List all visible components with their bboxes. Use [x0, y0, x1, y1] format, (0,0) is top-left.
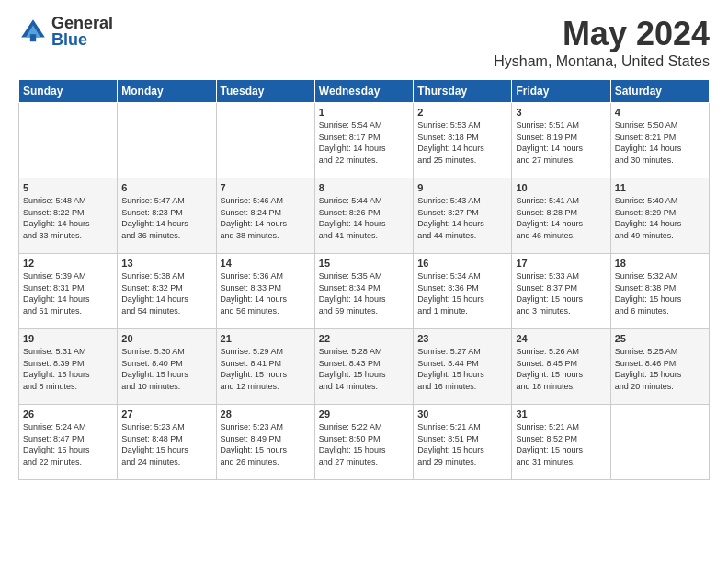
header-cell-sunday: Sunday: [19, 80, 118, 103]
day-info: Sunrise: 5:50 AM Sunset: 8:21 PM Dayligh…: [615, 120, 705, 166]
day-info: Sunrise: 5:38 AM Sunset: 8:32 PM Dayligh…: [121, 270, 211, 316]
day-info: Sunrise: 5:23 AM Sunset: 8:48 PM Dayligh…: [121, 421, 211, 467]
day-number: 14: [221, 258, 311, 269]
header-cell-tuesday: Tuesday: [216, 80, 314, 103]
calendar-cell: 20Sunrise: 5:30 AM Sunset: 8:40 PM Dayli…: [118, 329, 216, 405]
day-number: 5: [23, 182, 113, 193]
day-info: Sunrise: 5:23 AM Sunset: 8:49 PM Dayligh…: [221, 421, 311, 467]
calendar-cell: 15Sunrise: 5:35 AM Sunset: 8:34 PM Dayli…: [314, 254, 413, 329]
day-number: 24: [516, 333, 606, 344]
day-number: 9: [417, 182, 507, 193]
calendar-cell: 26Sunrise: 5:24 AM Sunset: 8:47 PM Dayli…: [19, 405, 118, 480]
location-title: Hysham, Montana, United States: [494, 53, 710, 70]
header-cell-friday: Friday: [512, 80, 610, 103]
day-info: Sunrise: 5:32 AM Sunset: 8:38 PM Dayligh…: [615, 270, 705, 316]
week-row-1: 5Sunrise: 5:48 AM Sunset: 8:22 PM Daylig…: [19, 178, 710, 254]
day-number: 10: [516, 182, 606, 193]
calendar-cell: 11Sunrise: 5:40 AM Sunset: 8:29 PM Dayli…: [610, 178, 709, 254]
day-info: Sunrise: 5:53 AM Sunset: 8:18 PM Dayligh…: [417, 120, 507, 166]
week-row-3: 19Sunrise: 5:31 AM Sunset: 8:39 PM Dayli…: [19, 329, 710, 405]
day-info: Sunrise: 5:44 AM Sunset: 8:26 PM Dayligh…: [319, 195, 409, 241]
calendar-cell: [118, 103, 216, 178]
calendar-cell: 17Sunrise: 5:33 AM Sunset: 8:37 PM Dayli…: [512, 254, 610, 329]
calendar-cell: 24Sunrise: 5:26 AM Sunset: 8:45 PM Dayli…: [512, 329, 610, 405]
calendar-cell: 6Sunrise: 5:47 AM Sunset: 8:23 PM Daylig…: [118, 178, 216, 254]
day-number: 1: [319, 107, 409, 118]
calendar-cell: 14Sunrise: 5:36 AM Sunset: 8:33 PM Dayli…: [216, 254, 314, 329]
calendar-cell: 4Sunrise: 5:50 AM Sunset: 8:21 PM Daylig…: [610, 103, 709, 178]
day-info: Sunrise: 5:40 AM Sunset: 8:29 PM Dayligh…: [615, 195, 705, 241]
calendar-cell: 12Sunrise: 5:39 AM Sunset: 8:31 PM Dayli…: [19, 254, 118, 329]
day-info: Sunrise: 5:33 AM Sunset: 8:37 PM Dayligh…: [516, 270, 606, 316]
day-number: 16: [417, 258, 507, 269]
calendar-cell: 21Sunrise: 5:29 AM Sunset: 8:41 PM Dayli…: [216, 329, 314, 405]
day-info: Sunrise: 5:31 AM Sunset: 8:39 PM Dayligh…: [23, 346, 113, 392]
logo-blue-text: Blue: [51, 31, 113, 48]
page: General Blue May 2024 Hysham, Montana, U…: [0, 0, 728, 563]
calendar-cell: 7Sunrise: 5:46 AM Sunset: 8:24 PM Daylig…: [216, 178, 314, 254]
day-number: 6: [121, 182, 211, 193]
day-number: 29: [319, 408, 409, 419]
calendar-cell: [19, 103, 118, 178]
day-info: Sunrise: 5:22 AM Sunset: 8:50 PM Dayligh…: [319, 421, 409, 467]
day-info: Sunrise: 5:43 AM Sunset: 8:27 PM Dayligh…: [417, 195, 507, 241]
logo-icon: [18, 17, 48, 46]
calendar-cell: 30Sunrise: 5:21 AM Sunset: 8:51 PM Dayli…: [414, 405, 512, 480]
day-number: 25: [615, 333, 705, 344]
logo-text: General Blue: [51, 15, 113, 48]
day-number: 15: [319, 258, 409, 269]
day-number: 20: [121, 333, 211, 344]
calendar-cell: 9Sunrise: 5:43 AM Sunset: 8:27 PM Daylig…: [414, 178, 512, 254]
calendar-cell: 25Sunrise: 5:25 AM Sunset: 8:46 PM Dayli…: [610, 329, 709, 405]
calendar-body: 1Sunrise: 5:54 AM Sunset: 8:17 PM Daylig…: [19, 103, 710, 480]
day-number: 11: [615, 182, 705, 193]
week-row-0: 1Sunrise: 5:54 AM Sunset: 8:17 PM Daylig…: [19, 103, 710, 178]
day-number: 13: [121, 258, 211, 269]
calendar-cell: 27Sunrise: 5:23 AM Sunset: 8:48 PM Dayli…: [118, 405, 216, 480]
day-number: 22: [319, 333, 409, 344]
header: General Blue May 2024 Hysham, Montana, U…: [18, 15, 710, 70]
day-info: Sunrise: 5:51 AM Sunset: 8:19 PM Dayligh…: [516, 120, 606, 166]
logo-general-text: General: [51, 15, 113, 31]
calendar-cell: 2Sunrise: 5:53 AM Sunset: 8:18 PM Daylig…: [414, 103, 512, 178]
logo: General Blue: [18, 15, 113, 48]
day-number: 19: [23, 333, 113, 344]
calendar-header: SundayMondayTuesdayWednesdayThursdayFrid…: [19, 80, 710, 103]
svg-rect-2: [30, 34, 36, 41]
day-number: 31: [516, 408, 606, 419]
day-number: 8: [319, 182, 409, 193]
day-number: 17: [516, 258, 606, 269]
day-number: 3: [516, 107, 606, 118]
calendar-table: SundayMondayTuesdayWednesdayThursdayFrid…: [18, 79, 710, 480]
day-number: 26: [23, 408, 113, 419]
week-row-2: 12Sunrise: 5:39 AM Sunset: 8:31 PM Dayli…: [19, 254, 710, 329]
calendar-cell: 18Sunrise: 5:32 AM Sunset: 8:38 PM Dayli…: [610, 254, 709, 329]
day-number: 2: [417, 107, 507, 118]
day-number: 18: [615, 258, 705, 269]
day-info: Sunrise: 5:41 AM Sunset: 8:28 PM Dayligh…: [516, 195, 606, 241]
day-info: Sunrise: 5:29 AM Sunset: 8:41 PM Dayligh…: [221, 346, 311, 392]
day-number: 7: [221, 182, 311, 193]
calendar-cell: 5Sunrise: 5:48 AM Sunset: 8:22 PM Daylig…: [19, 178, 118, 254]
day-info: Sunrise: 5:34 AM Sunset: 8:36 PM Dayligh…: [417, 270, 507, 316]
day-info: Sunrise: 5:48 AM Sunset: 8:22 PM Dayligh…: [23, 195, 113, 241]
day-info: Sunrise: 5:35 AM Sunset: 8:34 PM Dayligh…: [319, 270, 409, 316]
calendar-cell: 29Sunrise: 5:22 AM Sunset: 8:50 PM Dayli…: [314, 405, 413, 480]
calendar-cell: 22Sunrise: 5:28 AM Sunset: 8:43 PM Dayli…: [314, 329, 413, 405]
calendar-cell: [216, 103, 314, 178]
header-cell-monday: Monday: [118, 80, 216, 103]
day-number: 27: [121, 408, 211, 419]
calendar-cell: 23Sunrise: 5:27 AM Sunset: 8:44 PM Dayli…: [414, 329, 512, 405]
calendar-cell: 3Sunrise: 5:51 AM Sunset: 8:19 PM Daylig…: [512, 103, 610, 178]
calendar-cell: 13Sunrise: 5:38 AM Sunset: 8:32 PM Dayli…: [118, 254, 216, 329]
day-info: Sunrise: 5:28 AM Sunset: 8:43 PM Dayligh…: [319, 346, 409, 392]
day-info: Sunrise: 5:21 AM Sunset: 8:51 PM Dayligh…: [417, 421, 507, 467]
calendar-cell: 10Sunrise: 5:41 AM Sunset: 8:28 PM Dayli…: [512, 178, 610, 254]
day-info: Sunrise: 5:39 AM Sunset: 8:31 PM Dayligh…: [23, 270, 113, 316]
day-number: 21: [221, 333, 311, 344]
title-block: May 2024 Hysham, Montana, United States: [494, 15, 710, 70]
day-number: 30: [417, 408, 507, 419]
header-cell-saturday: Saturday: [610, 80, 709, 103]
day-info: Sunrise: 5:47 AM Sunset: 8:23 PM Dayligh…: [121, 195, 211, 241]
day-info: Sunrise: 5:46 AM Sunset: 8:24 PM Dayligh…: [221, 195, 311, 241]
